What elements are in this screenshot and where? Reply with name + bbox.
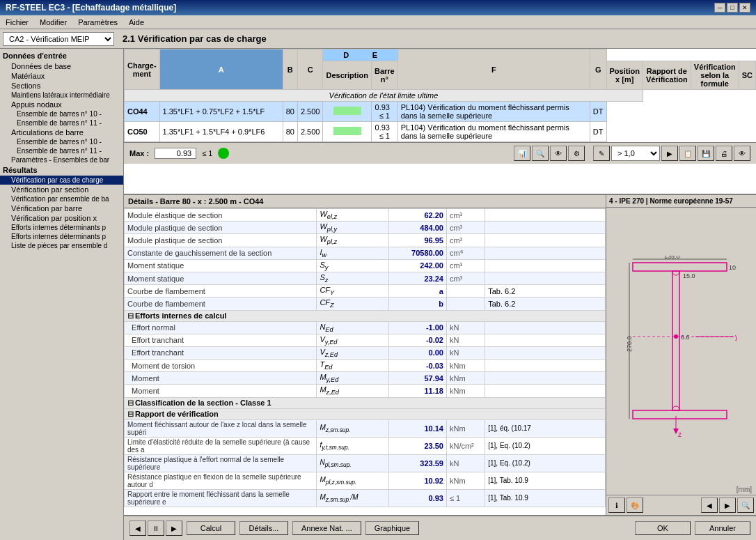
case-combo[interactable]: CA2 - Vérification MEIP xyxy=(3,32,114,46)
icon-btn-1[interactable]: 📊 xyxy=(514,146,530,161)
action-bar: ◀ ⏸ ▶ Calcul Détails... Annexe Nat. ... … xyxy=(124,515,756,540)
svg-rect-0 xyxy=(633,263,727,271)
max-label: Max : xyxy=(129,149,149,157)
col-barre-header: Barren° xyxy=(371,61,397,90)
profile-fwd-btn[interactable]: ▶ xyxy=(719,497,736,513)
main-table: Charge-ment A B C D E F G Description Ba… xyxy=(124,49,756,142)
col-c-header: C xyxy=(297,49,323,90)
nav-ensemble-10a[interactable]: Ensemble de barres n° 10 - xyxy=(0,109,123,118)
cell-co44-pos: 2.500 xyxy=(297,102,323,122)
nav-next-btn[interactable]: ▶ xyxy=(166,520,182,536)
profile-footer: ℹ 🎨 ◀ ▶ 🔍 xyxy=(606,495,756,515)
icon-btn-6[interactable]: ▶ xyxy=(661,146,678,161)
menu-fichier[interactable]: Fichier xyxy=(0,17,34,27)
menu-modifier[interactable]: Modifier xyxy=(34,17,72,27)
nav-parametres[interactable]: Paramètres - Ensembles de bar xyxy=(0,155,123,164)
table-row[interactable]: CO50 1.35*LF1 + 1.5*LF4 + 0.9*LF6 80 2.5… xyxy=(125,122,756,142)
detail-row: Moment Mz,Ed 11.18 kNm xyxy=(125,385,606,397)
nav-verif-section[interactable]: Vérification par section xyxy=(0,185,123,194)
graphique-button[interactable]: Graphique xyxy=(365,521,419,535)
nav-articulations[interactable]: Articulations de barre xyxy=(0,128,123,137)
maximize-button[interactable]: □ xyxy=(727,3,738,13)
svg-rect-2 xyxy=(633,410,727,419)
detail-row: Moment de torsion TEd -0.03 kNm xyxy=(125,360,606,372)
cell-co44-sc: DT xyxy=(590,102,606,122)
menu-aide[interactable]: Aide xyxy=(123,17,150,27)
nav-materiaux[interactable]: Matériaux xyxy=(0,71,123,81)
nav-efforts1[interactable]: Efforts internes déterminants p xyxy=(0,223,123,232)
icon-btn-9[interactable]: 🖨 xyxy=(716,146,732,161)
close-button[interactable]: ✕ xyxy=(739,3,750,13)
nav-ensemble-11a[interactable]: Ensemble de barres n° 11 - xyxy=(0,118,123,128)
icon-btn-10[interactable]: 👁 xyxy=(734,146,750,161)
nav-verif-position[interactable]: Vérification par position x xyxy=(0,213,123,223)
profile-render-btn[interactable]: 🎨 xyxy=(627,497,643,513)
detail-row: Résistance plastique en flexion de la se… xyxy=(125,472,606,489)
nav-verif-cas[interactable]: Vérification par cas de charge xyxy=(0,176,123,185)
main-container: CA2 - Vérification MEIP 2.1 Vérification… xyxy=(0,29,756,540)
minimize-button[interactable]: ─ xyxy=(714,3,725,13)
nav-verif-barre[interactable]: Vérification par barre xyxy=(0,203,123,213)
menu-bar: Fichier Modifier Paramètres Aide xyxy=(0,15,756,29)
details-button[interactable]: Détails... xyxy=(239,521,288,535)
detail-row: Courbe de flambement CFY a Tab. 6.2 xyxy=(125,285,606,298)
svg-rect-1 xyxy=(672,271,679,410)
detail-row: Module plastique de section Wpl,y 484.00… xyxy=(125,222,606,234)
nav-prev-btn[interactable]: ◀ xyxy=(129,520,146,536)
detail-section-row: ⊟Rapport de vérification xyxy=(125,408,606,419)
nav-donnees-base[interactable]: Données de base xyxy=(0,61,123,71)
profile-back-btn[interactable]: ◀ xyxy=(701,497,718,513)
detail-unit: cm³ xyxy=(446,209,485,222)
profile-canvas: y z 135.0 270.0 10 xyxy=(606,208,756,484)
nav-appuis[interactable]: Appuis nodaux xyxy=(0,100,123,109)
ule-subheader: Vérification de l'état limite ultime xyxy=(125,90,643,102)
detail-val: 62.20 xyxy=(389,209,447,222)
max-row: Max : ≤ 1 📊 🔍 👁 ⚙ ✎ > 1,0 ▶ xyxy=(124,142,756,164)
nav-ensemble-10b[interactable]: Ensemble de barres n° 10 - xyxy=(0,137,123,146)
profile-info-btn[interactable]: ℹ xyxy=(608,497,625,513)
icon-btn-4[interactable]: ⚙ xyxy=(568,146,585,161)
detail-row: Limite d'élasticité réduite de la semell… xyxy=(125,437,606,454)
cell-co50-sc: DT xyxy=(590,122,606,142)
nav-liste[interactable]: Liste de pièces par ensemble d xyxy=(0,241,123,250)
ok-button[interactable]: OK xyxy=(635,521,691,535)
nav-verif-ensemble[interactable]: Vérification par ensemble de ba xyxy=(0,194,123,203)
col-sc-header: SC xyxy=(739,61,755,90)
status-green-icon xyxy=(218,148,229,159)
max-value-input[interactable] xyxy=(155,148,196,159)
table-row[interactable]: CO44 1.35*LF1 + 0.75*LF2 + 1.5*LF 80 2.5… xyxy=(125,102,756,122)
calcul-button[interactable]: Calcul xyxy=(187,521,235,535)
nav-efforts2[interactable]: Efforts internes déterminants p xyxy=(0,232,123,241)
filter-dropdown[interactable]: > 1,0 xyxy=(611,146,660,161)
svg-text:15.0: 15.0 xyxy=(683,272,695,279)
col-formule-header: Vérification selon la formule xyxy=(691,61,739,90)
nav-maintiens[interactable]: Maintiens latéraux intermédiaire xyxy=(0,91,123,100)
upper-table-area: Charge-ment A B C D E F G Description Ba… xyxy=(124,49,756,195)
nav-pause-btn[interactable]: ⏸ xyxy=(148,520,164,536)
icon-btn-2[interactable]: 🔍 xyxy=(532,146,549,161)
menu-parametres[interactable]: Paramètres xyxy=(72,17,123,27)
right-content: Charge-ment A B C D E F G Description Ba… xyxy=(124,49,756,540)
nav-buttons: ◀ ⏸ ▶ xyxy=(129,520,182,536)
toolbar: CA2 - Vérification MEIP 2.1 Vérification… xyxy=(0,29,756,49)
col-position-header: Positionx [m] xyxy=(606,61,643,90)
annexe-button[interactable]: Annexe Nat. ... xyxy=(292,521,361,535)
cell-co44-greenbar xyxy=(323,102,372,122)
nav-sections[interactable]: Sections xyxy=(0,81,123,91)
annuler-button[interactable]: Annuler xyxy=(695,521,750,535)
cell-co50-rapport: 0.93 ≤ 1 xyxy=(371,122,397,142)
detail-row: Module plastique de section Wpl,z 96.95 … xyxy=(125,234,606,247)
section-title: 2.1 Vérification par cas de charge xyxy=(123,33,267,44)
icon-btn-7[interactable]: 📋 xyxy=(679,146,696,161)
app-title: RF-STEEL EC3 - [Echaffaudage métallique] xyxy=(6,3,176,13)
lower-area: Détails - Barre 80 - x : 2.500 m - CO44 … xyxy=(124,195,756,515)
nav-ensemble-11b[interactable]: Ensemble de barres n° 11 - xyxy=(0,146,123,155)
title-bar: RF-STEEL EC3 - [Echaffaudage métallique]… xyxy=(0,0,756,15)
icon-btn-8[interactable]: 💾 xyxy=(698,146,714,161)
profile-zoom-btn[interactable]: 🔍 xyxy=(737,497,754,513)
detail-row: Moment statique Sy 242.00 cm³ xyxy=(125,259,606,272)
icon-btn-3[interactable]: 👁 xyxy=(550,146,567,161)
icon-btn-5[interactable]: ✎ xyxy=(593,146,610,161)
profile-panel: 4 - IPE 270 | Norme européenne 19-57 xyxy=(606,195,756,515)
detail-row: Constante de gauchissement de la section… xyxy=(125,247,606,259)
